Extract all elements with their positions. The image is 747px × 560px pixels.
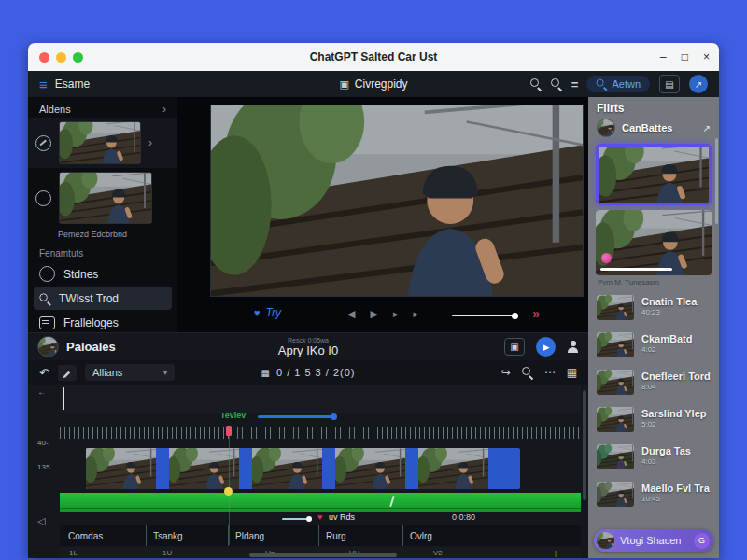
- sidebar-item-twlsst-trod[interactable]: TWlsst Trod: [34, 287, 172, 310]
- gutter-label-135: 135: [37, 463, 49, 471]
- item-thumbnail[interactable]: [597, 407, 634, 432]
- close-button[interactable]: ×: [703, 51, 710, 63]
- minimize-button[interactable]: –: [660, 51, 667, 63]
- video-track[interactable]: [86, 448, 520, 489]
- mute-icon[interactable]: ◁: [37, 515, 45, 527]
- selected-video-thumbnail[interactable]: [596, 144, 712, 205]
- item-title: Sarslind Ylep: [641, 408, 707, 419]
- channel-row[interactable]: CanBattes ↗: [588, 117, 719, 139]
- chevron-right-icon[interactable]: ›: [162, 103, 166, 116]
- globe-icon: [39, 266, 55, 282]
- heart-marker-icon[interactable]: ♥: [317, 512, 322, 522]
- timeline-ruler[interactable]: [60, 427, 581, 439]
- video-clip-thumb[interactable]: [252, 448, 322, 489]
- previous-icon[interactable]: ◀: [347, 308, 355, 320]
- track-mode-dropdown[interactable]: Allians ▾: [85, 364, 175, 381]
- list-item[interactable]: Cnefleeri Tord8:04: [588, 363, 719, 400]
- window-controls: – □ ×: [660, 43, 710, 71]
- speed-icon[interactable]: »: [532, 306, 540, 321]
- screen-icon[interactable]: ▣: [504, 338, 525, 356]
- search-icon-2[interactable]: [551, 78, 562, 90]
- person-icon[interactable]: [567, 341, 579, 353]
- send-fab-icon[interactable]: ↗: [689, 75, 708, 93]
- video-preview[interactable]: [210, 105, 584, 297]
- audio-track[interactable]: [60, 493, 581, 512]
- chapter-track: Comdas Tsankg Pldang Rurg Ovlrg: [60, 525, 581, 546]
- sidebar-item-stdnes[interactable]: Stdnes: [28, 262, 177, 286]
- search-pill-button[interactable]: Aetwn: [586, 76, 650, 92]
- chevron-down-icon: ▾: [163, 369, 167, 377]
- mini-slider[interactable]: [282, 518, 310, 520]
- chapter-segment[interactable]: Comdas: [60, 525, 146, 546]
- gutter-label-40: 40-: [37, 439, 49, 447]
- more-dots-icon[interactable]: ⋯: [544, 366, 556, 379]
- marker-label: Teviev: [220, 411, 246, 420]
- sidebar-clip-row-2[interactable]: [28, 168, 177, 228]
- chapter-segment[interactable]: Pldang: [228, 525, 318, 546]
- title-bar: ChatGPT Salted Car Ust – □ ×: [28, 43, 719, 71]
- marker-range-bar[interactable]: [258, 415, 334, 418]
- chapter-segment[interactable]: Rurg: [318, 525, 402, 546]
- sidebar-item-fralleloges[interactable]: Fralleloges: [28, 311, 177, 334]
- video-clip-thumb[interactable]: [418, 448, 488, 489]
- menu-label[interactable]: Esame: [55, 77, 90, 91]
- hamburger-menu-icon[interactable]: ≡: [39, 77, 48, 92]
- video-clip-thumb[interactable]: [86, 448, 156, 489]
- item-thumbnail[interactable]: [597, 444, 634, 469]
- empty-track[interactable]: [60, 385, 581, 413]
- pen-tool-button[interactable]: [58, 365, 77, 381]
- volume-slider[interactable]: [452, 315, 515, 316]
- filter-lines-icon[interactable]: =: [571, 77, 578, 91]
- heart-marker-label: uv Rds: [329, 512, 355, 522]
- chapter-label: Comdas: [68, 531, 103, 541]
- vertical-scrollbar[interactable]: [583, 390, 586, 500]
- clip-thumbnail-2[interactable]: [59, 172, 152, 224]
- back-arrow-icon[interactable]: ←: [37, 386, 47, 397]
- bottom-ruler: 1L 1U Un VU V2 |: [60, 547, 581, 558]
- item-meta: 10:45: [641, 494, 710, 505]
- next-icon[interactable]: ▸: [413, 308, 418, 320]
- footer-pill-button[interactable]: Vtogi Shacen G: [594, 529, 713, 552]
- avatar[interactable]: [37, 336, 59, 357]
- play-icon[interactable]: ▶: [370, 308, 377, 320]
- left-sidebar: Aldens › › Pemezd Edcbrbnd Fenamtuts Std…: [28, 97, 177, 332]
- chevron-right-icon[interactable]: ›: [148, 136, 152, 149]
- timeline-tracks[interactable]: Teviev ♥ uv Rds 0 0:80 Comdas: [60, 385, 581, 558]
- app-toolbar: ≡ Esame ▣ Civregpidy = Aetwn ▤ ↗: [28, 71, 719, 97]
- clip-thumbnail-1[interactable]: [59, 121, 141, 164]
- step-forward-icon[interactable]: ▸: [393, 308, 399, 320]
- channel-avatar[interactable]: [597, 119, 615, 137]
- sidebar-item-label: Fralleloges: [63, 316, 119, 329]
- maximize-button[interactable]: □: [682, 51, 688, 63]
- chapter-segment[interactable]: Tsankg: [146, 525, 228, 546]
- list-item[interactable]: Sarslind Ylep5:02: [588, 400, 719, 438]
- share-icon[interactable]: ↪: [501, 366, 511, 379]
- sidebar-header[interactable]: Aldens ›: [28, 97, 177, 118]
- list-item[interactable]: CkamBatd4:02: [588, 326, 719, 363]
- related-panel: Fiirts CanBattes ↗ Pvm M. Tunesasm Cnati…: [588, 97, 719, 558]
- list-item[interactable]: Maello Fvl Tra10:45: [588, 475, 719, 512]
- item-thumbnail[interactable]: [597, 295, 634, 320]
- search-icon[interactable]: [522, 367, 533, 378]
- grid-view-icon[interactable]: ▦: [567, 366, 577, 379]
- item-thumbnail[interactable]: [597, 332, 634, 357]
- undo-icon[interactable]: ↶: [39, 366, 49, 380]
- item-thumbnail[interactable]: [597, 370, 634, 395]
- chapter-segment[interactable]: Ovlrg: [402, 525, 581, 546]
- clipboard-icon[interactable]: ▤: [659, 75, 680, 93]
- video-clip-thumb[interactable]: [335, 448, 405, 489]
- panel-header: Fiirts: [588, 97, 719, 117]
- playhead-handle[interactable]: [226, 426, 232, 436]
- grid-icon: ▦: [261, 368, 270, 378]
- sidebar-clip-row-1[interactable]: ›: [28, 118, 177, 168]
- video-thumbnail[interactable]: [596, 210, 712, 275]
- list-item[interactable]: Durga Tas4:03: [588, 438, 719, 475]
- list-item[interactable]: Cnatin Tlea40:23: [588, 288, 719, 326]
- panel-scrollbar[interactable]: [715, 138, 718, 224]
- item-thumbnail[interactable]: [597, 482, 634, 507]
- horizontal-scrollbar[interactable]: [249, 553, 397, 557]
- keyframe-marker[interactable]: [224, 487, 233, 496]
- expand-icon[interactable]: ↗: [703, 123, 711, 133]
- search-icon[interactable]: [530, 78, 542, 90]
- play-button[interactable]: ▶: [536, 337, 556, 357]
